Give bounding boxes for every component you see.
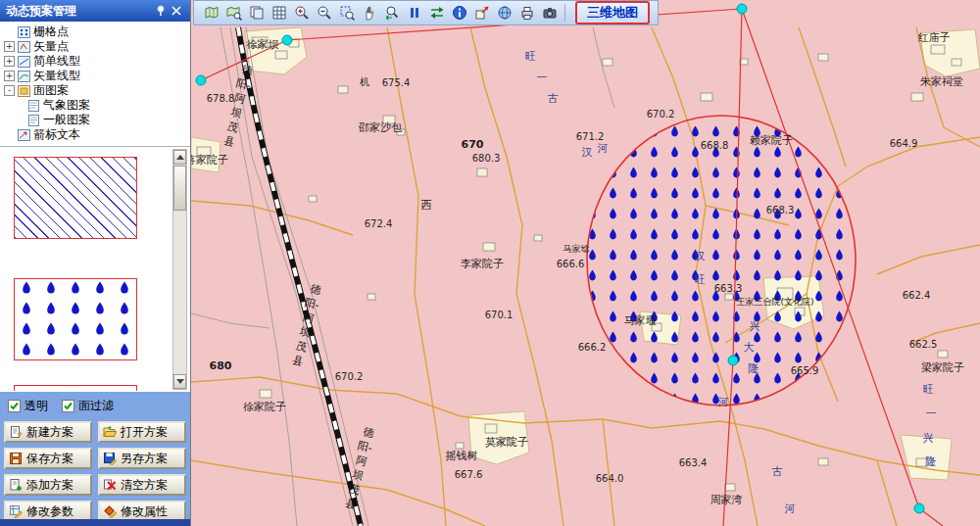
layer-icon xyxy=(18,26,30,38)
layer-icon xyxy=(18,41,30,53)
face-filter-checkbox[interactable]: 面过滤 xyxy=(62,398,114,414)
tree-expander xyxy=(4,129,15,140)
layer-icon xyxy=(18,56,30,68)
tree-item-general-pattern[interactable]: 一般图案 xyxy=(2,113,188,127)
pattern-list xyxy=(0,147,190,392)
layer-icon xyxy=(18,71,30,82)
tree-item-vector-point[interactable]: + 矢量点 xyxy=(2,39,188,54)
tree-expander[interactable]: + xyxy=(4,41,15,52)
scroll-down-button[interactable] xyxy=(173,374,186,389)
vertex-handle[interactable] xyxy=(914,503,924,513)
layer-icon xyxy=(27,115,40,126)
add-plan-icon xyxy=(9,478,23,492)
map-toolbar: 三维地图 xyxy=(193,0,659,25)
plan-manager-panel: 动态预案管理 栅格点 + 矢量点 + 简单线型 xyxy=(0,0,191,526)
panel-controls: 透明 面过滤 新建方案 打开方案 xyxy=(0,392,190,526)
zoom-previous-icon[interactable] xyxy=(382,3,402,23)
camera-icon[interactable] xyxy=(540,3,560,23)
checkbox-box[interactable] xyxy=(8,400,21,412)
scroll-up-button[interactable] xyxy=(173,150,186,165)
transparent-checkbox[interactable]: 透明 xyxy=(8,398,48,414)
map-background xyxy=(191,0,980,526)
vertex-handle[interactable] xyxy=(196,75,206,85)
globe-icon[interactable] xyxy=(495,3,514,23)
map-3d-button[interactable]: 三维地图 xyxy=(575,1,650,24)
check-icon xyxy=(9,401,20,411)
map-canvas[interactable] xyxy=(191,0,980,526)
panel-footer-bar xyxy=(0,519,190,526)
close-icon[interactable] xyxy=(169,4,184,18)
tree-item-arrow-text[interactable]: 箭标文本 xyxy=(2,127,188,142)
pattern-swatch-partial[interactable] xyxy=(14,385,137,391)
droplet-pattern-preview xyxy=(15,279,136,359)
map-viewport[interactable]: 徐家坝红庙子朱家祠堂678.8机675.4邵家沙包670680.3671.2汉河… xyxy=(191,0,980,526)
tree-item-raster-point[interactable]: 栅格点 xyxy=(2,24,188,39)
zoom-extent-icon[interactable] xyxy=(337,3,357,23)
clear-plan-icon xyxy=(103,478,117,492)
pause-icon[interactable] xyxy=(405,3,424,23)
scrollbar-thumb[interactable] xyxy=(173,166,186,211)
button-label: 新建方案 xyxy=(26,424,74,441)
map-icon[interactable] xyxy=(202,3,221,23)
button-label: 打开方案 xyxy=(121,424,168,441)
swap-arrows-icon[interactable] xyxy=(427,3,447,23)
pin-icon[interactable] xyxy=(153,4,169,18)
vertex-handle[interactable] xyxy=(282,35,292,45)
pattern-swatch-droplets[interactable] xyxy=(14,278,137,360)
layer-tree: 栅格点 + 矢量点 + 简单线型 + 矢量线型 - 面图案 xyxy=(0,22,190,147)
tree-expander[interactable]: + xyxy=(4,56,15,67)
zoom-out-icon[interactable] xyxy=(315,3,334,23)
pattern-list-scrollbar[interactable] xyxy=(172,149,187,390)
button-label: 添加方案 xyxy=(26,477,74,494)
info-icon[interactable] xyxy=(450,3,469,23)
tree-expander[interactable]: - xyxy=(4,85,15,96)
app-window: 动态预案管理 栅格点 + 矢量点 + 简单线型 xyxy=(0,0,980,526)
save-plan-icon xyxy=(9,452,23,465)
panel-title: 动态预案管理 xyxy=(6,3,153,20)
tree-expander xyxy=(4,26,15,37)
plan-button-grid: 新建方案 打开方案 保存方案 另存方案 添加方案 xyxy=(0,419,190,524)
pan-hand-icon[interactable] xyxy=(360,3,379,23)
print-icon[interactable] xyxy=(517,3,537,23)
plan-region-overlay[interactable] xyxy=(587,116,856,406)
button-label: 另存方案 xyxy=(121,451,168,467)
map-sheets-icon[interactable] xyxy=(247,3,267,23)
vertex-handle[interactable] xyxy=(728,356,738,365)
new-plan-button[interactable]: 新建方案 xyxy=(4,421,92,443)
open-plan-button[interactable]: 打开方案 xyxy=(98,421,186,443)
add-plan-button[interactable]: 添加方案 xyxy=(4,474,92,496)
map-search-icon[interactable] xyxy=(224,3,244,23)
layer-icon xyxy=(18,129,30,141)
layer-icon xyxy=(27,100,40,112)
tree-item-area-pattern[interactable]: - 面图案 xyxy=(2,83,188,98)
checkbox-label: 面过滤 xyxy=(78,398,114,414)
open-plan-icon xyxy=(103,425,117,439)
checkbox-box[interactable] xyxy=(62,400,74,412)
checkbox-row: 透明 面过滤 xyxy=(0,396,190,419)
tree-item-vector-line[interactable]: + 矢量线型 xyxy=(2,69,188,83)
grid-icon[interactable] xyxy=(270,3,289,23)
tree-item-simple-line[interactable]: + 简单线型 xyxy=(2,54,188,69)
modify-params-icon xyxy=(9,504,23,518)
button-label: 修改参数 xyxy=(26,503,74,520)
save-as-plan-icon xyxy=(103,452,117,465)
modify-attrs-icon xyxy=(103,504,117,518)
save-plan-button[interactable]: 保存方案 xyxy=(4,448,92,469)
zoom-in-icon[interactable] xyxy=(292,3,312,23)
clear-plan-button[interactable]: 清空方案 xyxy=(98,474,186,496)
vertex-handle[interactable] xyxy=(737,4,747,14)
button-label: 修改属性 xyxy=(121,503,168,520)
button-label: 清空方案 xyxy=(121,477,168,494)
pattern-swatch-hatch[interactable] xyxy=(14,157,137,239)
toolbar-separator xyxy=(564,4,570,22)
button-label: 保存方案 xyxy=(26,451,74,467)
arrow-up-icon xyxy=(176,155,184,160)
save-as-plan-button[interactable]: 另存方案 xyxy=(98,448,186,469)
tree-expander[interactable]: + xyxy=(4,71,15,81)
new-plan-icon xyxy=(9,425,23,439)
tree-item-weather-pattern[interactable]: 气象图案 xyxy=(2,98,188,113)
panel-titlebar: 动态预案管理 xyxy=(0,0,190,22)
tree-item-label: 箭标文本 xyxy=(33,126,80,143)
arrow-down-icon xyxy=(176,379,184,384)
export-icon[interactable] xyxy=(472,3,492,23)
